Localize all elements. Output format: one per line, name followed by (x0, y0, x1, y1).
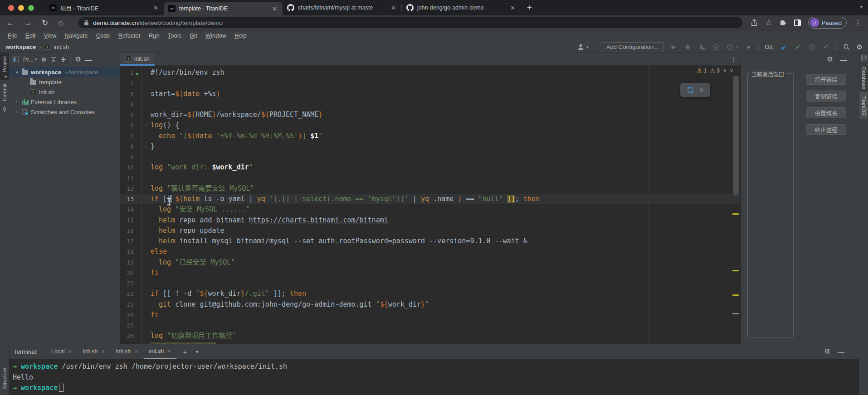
breadcrumb-file[interactable]: init.sh (54, 43, 69, 50)
tab-close-icon[interactable]: ✕ (152, 5, 159, 11)
code-line-5[interactable]: 5work_dir=${HOME}/workspace/${PROJECT_NA… (120, 110, 741, 120)
profile-badge[interactable]: J Paused (808, 17, 847, 29)
new-tab-button[interactable]: + (527, 3, 532, 13)
menu-item-edit[interactable]: Edit (21, 32, 39, 39)
side-panel-icon[interactable] (794, 19, 801, 26)
titanide-action-button-1[interactable]: 打开链接 (806, 74, 846, 85)
terminal-tab-local[interactable]: Local✕ (46, 344, 78, 359)
hide-terminal-icon[interactable]: — (838, 348, 844, 356)
user-dropdown-chevron-icon[interactable]: ▾ (586, 45, 589, 49)
code-line-18[interactable]: 18else (120, 246, 741, 257)
code-line-8[interactable]: 8▴} (120, 141, 741, 152)
editor-scrollbar[interactable] (731, 66, 741, 344)
code-line-3[interactable]: 3start=$(date +%s) (120, 89, 741, 99)
share-icon[interactable] (751, 19, 758, 27)
terminal-tab-close-icon[interactable]: ✕ (101, 349, 105, 355)
terminal-output[interactable]: → workspace /usr/bin/env zsh /home/proje… (9, 359, 859, 394)
terminal-tab-close-icon[interactable]: ✕ (167, 348, 171, 354)
user-icon[interactable] (576, 43, 585, 51)
breadcrumb-root[interactable]: workspace (5, 43, 36, 50)
code-line-1[interactable]: 1▶#!/usr/bin/env zsh (120, 67, 741, 78)
menu-item-git[interactable]: Git (185, 32, 201, 39)
fold-marker-icon[interactable]: ▴ (141, 141, 151, 152)
minimize-window-icon[interactable] (18, 5, 24, 11)
code-line-25[interactable]: 25 (120, 320, 741, 331)
code-line-17[interactable]: 17 helm install mysql bitnami/mysql --se… (120, 236, 741, 246)
git-update-icon[interactable]: ↙ (780, 43, 788, 51)
code-line-10[interactable]: 10log "work_dir: $work_dir" (120, 162, 741, 173)
code-line-4[interactable]: 4 (120, 99, 741, 110)
chevron-down-icon[interactable]: ▾ (13, 70, 21, 75)
code-line-22[interactable]: 22if [[ ! -d "${work_dir}/.git" ]]; then (120, 289, 741, 299)
code-area[interactable]: 1▶#!/usr/bin/env zsh23start=$(date +%s)4… (120, 66, 741, 344)
maximize-window-icon[interactable] (28, 5, 34, 11)
tree-item-workspace[interactable]: ▾workspace~/workspace (9, 67, 120, 77)
run-line-icon[interactable]: ▶ (134, 67, 141, 78)
panel-settings-gear-icon[interactable]: ⚙ (827, 55, 833, 63)
project-view-chevron-icon[interactable]: ▾ (35, 57, 37, 62)
forward-button[interactable]: → (24, 19, 32, 27)
code-line-12[interactable]: 12log "确认是否需要安装 MySQL" (120, 183, 741, 194)
tool-strip-item-database[interactable]: Database (859, 53, 868, 92)
editor-tab-init-sh[interactable]: ❯ init.sh (120, 53, 155, 66)
inspection-widget[interactable]: ⚠ 1 ⚠ 3 ∧ ∨ (697, 67, 734, 74)
bookmark-star-icon[interactable]: ☆ (765, 19, 772, 27)
terminal-tab-init-sh[interactable]: init.sh✕ (144, 344, 177, 359)
terminal-tab-close-icon[interactable]: ✕ (134, 349, 138, 355)
browser-tab[interactable]: john-deng/go-admin-demo✕ (402, 0, 521, 15)
close-icon[interactable]: ✕ (699, 87, 704, 93)
browser-tab[interactable]: ‹t›项目 - TitanIDE✕ (45, 0, 164, 15)
project-settings-gear-icon[interactable]: ⚙ (75, 55, 81, 63)
code-line-14[interactable]: 14 log "安装 MySQL ......" (120, 204, 741, 215)
code-line-9[interactable]: 9 (120, 152, 741, 162)
tab-close-icon[interactable]: ✕ (509, 5, 516, 11)
menu-item-tools[interactable]: Tools (164, 32, 185, 39)
project-view-icon[interactable] (13, 57, 19, 62)
chevron-right-icon[interactable]: › (13, 100, 21, 105)
terminal-dropdown-chevron-icon[interactable]: ▾ (193, 349, 201, 354)
add-configuration-button[interactable]: Add Configuration... (601, 42, 664, 52)
tree-item-scratches-and-consoles[interactable]: ›Scratches and Consoles (9, 107, 120, 117)
close-window-icon[interactable] (8, 5, 14, 11)
hide-panel-icon[interactable]: — (85, 56, 92, 63)
menu-item-run[interactable]: Run (145, 32, 164, 39)
menu-item-window[interactable]: Window (201, 32, 230, 39)
terminal-tab-close-icon[interactable]: ✕ (68, 349, 72, 355)
settings-gear-icon[interactable]: ⚙ (857, 43, 863, 51)
fold-marker-icon[interactable]: ▾ (141, 120, 151, 130)
menu-item-refactor[interactable]: Refactor (114, 32, 145, 39)
tool-strip-item-commit[interactable]: Commit (0, 80, 9, 116)
editor-tab-options-icon[interactable]: ⋮ (731, 56, 737, 63)
code-line-6[interactable]: 6▾log() { (120, 120, 741, 130)
code-line-19[interactable]: 19 log "已经安装 MySQL" (120, 257, 741, 268)
code-line-23[interactable]: 23 git clone git@github.com:john-deng/go… (120, 299, 741, 310)
menu-item-code[interactable]: Code (92, 32, 114, 39)
terminal-tab-init-sh[interactable]: init.sh✕ (78, 344, 111, 359)
code-line-16[interactable]: 16 helm repo update (120, 226, 741, 236)
tab-close-icon[interactable]: ✕ (271, 5, 278, 12)
terminal-tab-init-sh[interactable]: init.sh✕ (111, 344, 144, 359)
menu-item-help[interactable]: Help (230, 32, 251, 39)
sync-icon[interactable] (687, 87, 694, 94)
back-button[interactable]: ← (6, 19, 14, 27)
tool-strip-item-structure[interactable]: Structure (0, 365, 9, 392)
menu-item-view[interactable]: View (39, 32, 60, 39)
titanide-action-button-4[interactable]: 终止进程 (806, 124, 846, 135)
locate-file-icon[interactable]: ⊕ (41, 56, 47, 63)
git-commit-check-icon[interactable]: ✓ (794, 43, 802, 51)
browser-tab[interactable]: charts/bitnami/mysql at maste✕ (283, 0, 401, 15)
titanide-action-button-2[interactable]: 复制链接 (806, 91, 846, 101)
code-line-2[interactable]: 2 (120, 78, 741, 88)
code-line-21[interactable]: 21 (120, 278, 741, 289)
new-terminal-button[interactable]: + (178, 348, 191, 356)
tool-strip-item-titanide[interactable]: TitanIDE (859, 92, 868, 119)
menu-item-file[interactable]: File (4, 32, 21, 39)
project-view-selector[interactable]: Pr... (23, 56, 34, 63)
tree-item-init-sh[interactable]: ❯init.sh (9, 87, 120, 97)
code-line-20[interactable]: 20fi (120, 268, 741, 278)
tab-close-icon[interactable]: ✕ (390, 5, 397, 11)
home-button[interactable]: ⌂ (58, 19, 63, 27)
chevron-right-icon[interactable]: › (13, 110, 21, 115)
tree-item-template[interactable]: template (9, 77, 120, 87)
terminal-settings-gear-icon[interactable]: ⚙ (824, 347, 830, 356)
